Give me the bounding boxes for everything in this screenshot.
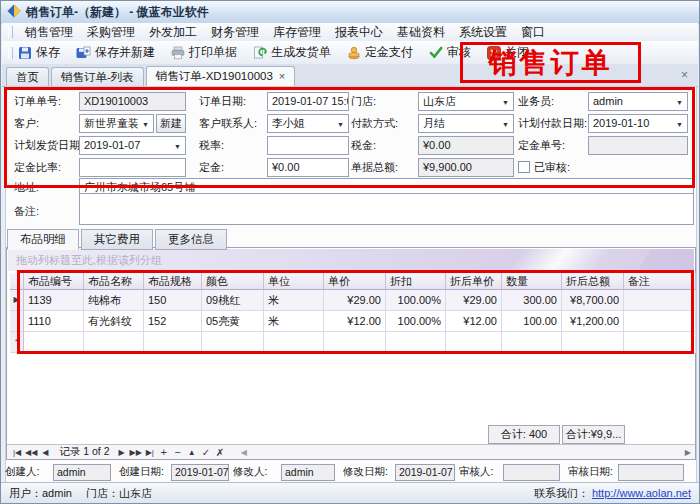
grid-cell[interactable]: 1139 [24, 290, 84, 311]
menu-sales[interactable]: 销售管理 [18, 23, 80, 42]
col-unit-price[interactable]: 单价 [324, 273, 386, 290]
grid-cell[interactable]: ¥12.00 [324, 311, 386, 332]
grid-cell[interactable] [502, 332, 562, 353]
menu-settings[interactable]: 系统设置 [452, 23, 514, 42]
total-field[interactable]: ¥9,900.00 [418, 158, 514, 177]
combo-arrow-icon[interactable] [500, 117, 509, 129]
store-field[interactable]: 山东店 [418, 92, 514, 111]
grid-cell[interactable]: ¥1,200.00 [562, 311, 624, 332]
tab-fabric-detail[interactable]: 布品明细 [7, 229, 79, 250]
grid-cell[interactable] [84, 332, 144, 353]
grid-cell[interactable]: 米 [264, 290, 324, 311]
grid-cell[interactable] [264, 332, 324, 353]
grid-cell[interactable] [624, 311, 696, 332]
grid-cell[interactable] [144, 332, 202, 353]
print-button[interactable]: 打印单据 [171, 44, 237, 61]
grid-cell[interactable]: ¥29.00 [324, 290, 386, 311]
tax-rate-field[interactable] [267, 136, 349, 155]
hscroll-left-icon[interactable]: ◀ [238, 448, 250, 457]
grid-cell[interactable]: ¥12.00 [446, 311, 502, 332]
grid-cell[interactable]: 有光斜纹 [84, 311, 144, 332]
grid-cell[interactable]: 1110 [24, 311, 84, 332]
grid-cell[interactable] [562, 332, 624, 353]
grid-cell[interactable] [202, 332, 264, 353]
plan-ship-date-field[interactable]: 2019-01-07 [79, 136, 186, 155]
grid-cell[interactable]: 150 [144, 290, 202, 311]
group-by-panel[interactable]: 拖动列标题至此,根据该列分组 [8, 249, 694, 271]
nav-edit-button[interactable]: ▲ [186, 448, 198, 457]
col-discount[interactable]: 折扣 [386, 273, 446, 290]
col-fabric-name[interactable]: 布品名称 [84, 273, 144, 290]
deposit-no-field[interactable] [588, 136, 688, 155]
col-fabric-code[interactable]: 布品编号 [24, 273, 84, 290]
save-button[interactable]: 保存 [18, 44, 60, 61]
grid-cell[interactable]: 纯棉布 [84, 290, 144, 311]
audit-button[interactable]: 审核 [429, 44, 471, 61]
grid-cell[interactable] [624, 332, 696, 353]
grid-row[interactable]: ▶ 1139 纯棉布 150 09桃红 米 ¥29.00 100.00% ¥29… [10, 290, 696, 311]
menu-finance[interactable]: 财务管理 [204, 23, 266, 42]
grid-cell[interactable]: 100.00 [502, 311, 562, 332]
grid-cell[interactable] [624, 290, 696, 311]
col-remark[interactable]: 备注 [624, 273, 696, 290]
tab-current-order[interactable]: 销售订单-XD19010003× [146, 66, 295, 86]
grid-cell[interactable] [446, 332, 502, 353]
combo-arrow-icon[interactable] [172, 139, 181, 151]
order-date-field[interactable]: 2019-01-07 15:01 [267, 92, 349, 111]
deposit-rate-field[interactable] [79, 158, 186, 177]
nav-commit-button[interactable]: ✓ [200, 447, 212, 458]
tabstrip-close-icon[interactable]: × [681, 68, 688, 82]
nav-next-page-button[interactable]: ▶▶ [130, 448, 142, 457]
nav-first-button[interactable]: |◀ [11, 448, 23, 457]
menu-reports[interactable]: 报表中心 [328, 23, 390, 42]
nav-prev-button[interactable]: ◀ [39, 448, 51, 457]
close-button[interactable]: 关闭 [487, 44, 529, 61]
col-color[interactable]: 颜色 [202, 273, 264, 290]
nav-prev-page-button[interactable]: ◀◀ [25, 448, 37, 457]
grid-cell[interactable]: 米 [264, 311, 324, 332]
tab-order-list[interactable]: 销售订单-列表 [51, 67, 144, 86]
grid-cell[interactable]: ¥8,700.00 [562, 290, 624, 311]
nav-cancel-button[interactable]: ✗ [214, 447, 226, 458]
remark-field[interactable] [79, 193, 694, 225]
nav-last-button[interactable]: ▶| [144, 448, 156, 457]
menu-basedata[interactable]: 基础资料 [390, 23, 452, 42]
hscroll-right-icon[interactable]: ▶ [685, 448, 691, 457]
tab-other-fees[interactable]: 其它费用 [81, 229, 153, 250]
order-no-field[interactable]: XD19010003 [79, 92, 186, 111]
combo-arrow-icon[interactable] [674, 95, 683, 107]
grid-cell[interactable]: 300.00 [502, 290, 562, 311]
grid-cell[interactable]: 05亮黄 [202, 311, 264, 332]
grid-cell[interactable] [386, 332, 446, 353]
tax-field[interactable]: ¥0.00 [418, 136, 514, 155]
contact-field[interactable]: 李小姐 [267, 114, 349, 133]
grid-cell[interactable]: 152 [144, 311, 202, 332]
col-unit[interactable]: 单位 [264, 273, 324, 290]
combo-arrow-icon[interactable] [674, 117, 683, 129]
grid-append-row[interactable]: * [10, 332, 696, 353]
col-fabric-spec[interactable]: 布品规格 [144, 273, 202, 290]
grid-cell[interactable]: 100.00% [386, 290, 446, 311]
grid-cell[interactable]: ¥29.00 [446, 290, 502, 311]
grid-row[interactable]: 1110 有光斜纹 152 05亮黄 米 ¥12.00 100.00% ¥12.… [10, 311, 696, 332]
generate-delivery-button[interactable]: 生成发货单 [253, 44, 331, 61]
nav-add-button[interactable]: + [158, 446, 170, 458]
grid-cell[interactable]: 09桃红 [202, 290, 264, 311]
nav-delete-button[interactable]: − [172, 446, 184, 458]
menu-purchase[interactable]: 采购管理 [80, 23, 142, 42]
combo-arrow-icon[interactable] [335, 117, 344, 129]
menu-outsource[interactable]: 外发加工 [142, 23, 204, 42]
new-customer-button[interactable]: 新建 [156, 114, 186, 133]
combo-arrow-icon[interactable] [500, 95, 509, 107]
deposit-pay-button[interactable]: 定金支付 [347, 44, 413, 61]
nav-next-button[interactable]: ▶ [116, 448, 128, 457]
tab-more-info[interactable]: 更多信息 [155, 229, 227, 250]
payment-field[interactable]: 月结 [418, 114, 514, 133]
grid-cell[interactable]: 100.00% [386, 311, 446, 332]
grid-cell[interactable] [24, 332, 84, 353]
col-quantity[interactable]: 数量 [502, 273, 562, 290]
website-link[interactable]: http://www.aolan.net [592, 487, 691, 499]
tab-close-icon[interactable]: × [279, 70, 285, 82]
plan-pay-date-field[interactable]: 2019-01-10 [588, 114, 688, 133]
audited-checkbox[interactable] [518, 161, 530, 173]
